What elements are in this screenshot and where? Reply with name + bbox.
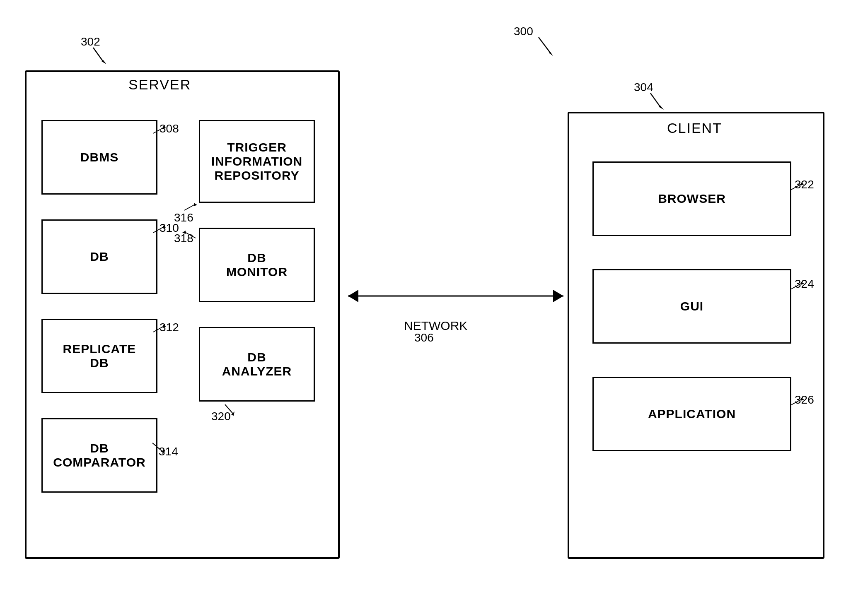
arrow-302 (81, 43, 114, 77)
server-label: SERVER (128, 77, 191, 93)
svg-line-2 (93, 48, 104, 62)
svg-line-14 (184, 204, 196, 210)
svg-line-4 (650, 93, 661, 108)
diagram: 300 SERVER 302 CLIENT 304 DBMS 308 DB 31… (0, 0, 846, 616)
svg-line-18 (225, 404, 233, 414)
replicate-db-box: REPLICATE DB (41, 319, 157, 393)
svg-line-8 (153, 226, 164, 233)
svg-marker-17 (182, 231, 186, 234)
arrow-310 (151, 224, 168, 237)
network-arrow (340, 282, 572, 315)
svg-marker-11 (163, 325, 166, 328)
svg-line-23 (791, 183, 802, 190)
svg-line-25 (791, 283, 802, 289)
dbms-box: DBMS (41, 120, 157, 195)
gui-box: GUI (592, 269, 791, 344)
arrow-300 (526, 33, 559, 66)
svg-line-0 (539, 37, 551, 54)
client-label: CLIENT (667, 120, 722, 136)
application-box: APPLICATION (592, 377, 791, 451)
svg-line-10 (153, 326, 164, 332)
db-analyzer-box: DB ANALYZER (199, 327, 315, 402)
svg-marker-28 (801, 397, 804, 401)
arrow-312 (151, 324, 168, 336)
arrow-326 (789, 397, 806, 409)
svg-line-16 (184, 232, 196, 238)
ref-306: 306 (414, 331, 434, 344)
trigger-info-repo-box: TRIGGER INFORMATION REPOSITORY (199, 120, 315, 203)
arrow-308 (151, 125, 168, 137)
network-label: NETWORK (404, 319, 467, 333)
svg-marker-9 (163, 225, 166, 229)
arrow-322 (789, 181, 806, 194)
svg-line-12 (152, 443, 164, 452)
arrow-324 (789, 281, 806, 293)
db-monitor-box: DB MONITOR (199, 228, 315, 302)
svg-marker-26 (801, 282, 804, 285)
arrow-316 (182, 202, 199, 217)
svg-line-6 (153, 127, 164, 133)
svg-marker-1 (549, 52, 553, 56)
svg-line-27 (791, 399, 802, 405)
arrow-304 (638, 89, 671, 122)
svg-marker-15 (194, 203, 197, 206)
arrow-320 (223, 402, 239, 417)
arrow-318 (182, 230, 199, 242)
browser-box: BROWSER (592, 161, 791, 236)
db-comparator-box: DB COMPARATOR (41, 418, 157, 493)
arrow-314 (150, 441, 167, 457)
svg-marker-7 (163, 126, 166, 129)
db-box: DB (41, 219, 157, 294)
svg-marker-21 (348, 290, 358, 302)
svg-marker-24 (801, 182, 804, 185)
svg-marker-22 (553, 290, 563, 302)
